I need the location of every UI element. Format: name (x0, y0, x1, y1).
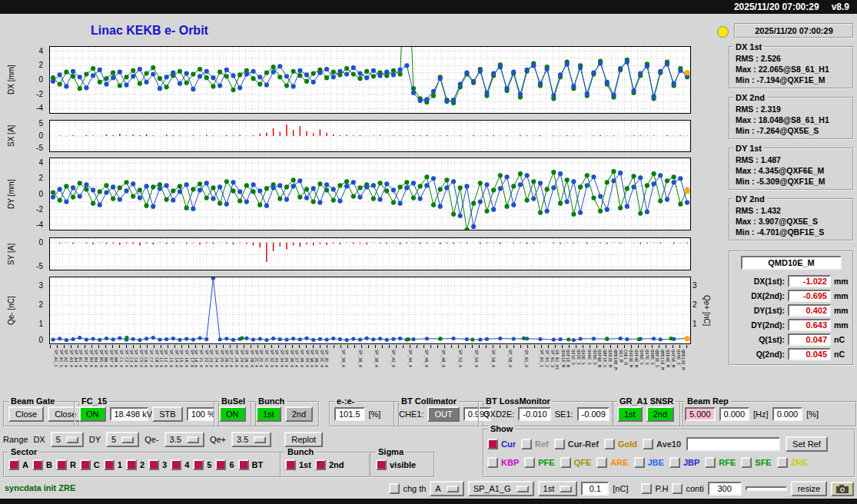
bunch-select[interactable]: 1st (538, 481, 578, 496)
sector-checkbox-1[interactable] (104, 459, 115, 470)
range-qep-select[interactable]: 3.5 (231, 432, 271, 447)
bunch-2nd-button[interactable]: 2nd (285, 406, 313, 422)
replot-button[interactable]: Replot (284, 432, 323, 447)
show-ref-checkbox[interactable] (521, 439, 532, 449)
plot-dx-canvas (49, 46, 691, 114)
plot-dy-canvas (49, 158, 691, 230)
gr-snsr-2nd-button[interactable]: 2nd (646, 406, 674, 422)
ee-ratio-unit: [%] (369, 410, 381, 419)
sector-checkbox-2[interactable] (126, 459, 137, 470)
sector-item: R (56, 459, 76, 470)
group-title: BT Collimator (399, 396, 459, 406)
range-qem-select[interactable]: 3.5 (164, 432, 204, 447)
resize-button[interactable]: resize (791, 481, 827, 496)
ph-checkbox[interactable] (641, 483, 652, 494)
chg-th-checkbox[interactable] (389, 483, 400, 494)
show-rfe-checkbox[interactable] (705, 457, 716, 468)
show-group: Show Cur Ref Cur-Ref Gold Ave10 Set Ref … (483, 429, 855, 478)
sector-item: 3 (148, 459, 167, 470)
sector-item: 4 (171, 459, 189, 470)
show-qfe-checkbox[interactable] (560, 457, 571, 468)
bottom-frame-bar (0, 499, 857, 504)
set-ref-button[interactable]: Set Ref (786, 436, 828, 452)
range-dx-label: DX (33, 435, 45, 444)
sector-item: A (8, 459, 28, 470)
stat-group-dx-2nd: DX 2nd RMS : 2.319 Max : 18.048@S8_61_H1… (729, 97, 854, 140)
dropdown-handle-icon (447, 486, 459, 492)
bunch-1st-button[interactable]: 1st (256, 406, 281, 422)
sector-checkbox-c[interactable] (80, 459, 91, 470)
snapshot-button[interactable] (831, 482, 854, 496)
x-axis-tick-strip (50, 345, 690, 348)
bunch-2nd-checkbox[interactable] (315, 459, 326, 470)
monitor-row: DY(2nd): 0.643 mm (733, 317, 849, 332)
sigma-item: visible (376, 459, 416, 470)
plot-qe-canvas (49, 277, 691, 344)
sector-checkbox-bt[interactable] (238, 459, 249, 470)
sector-checkbox-5[interactable] (193, 459, 204, 470)
range-dy-select[interactable]: 5 (106, 432, 139, 447)
monitor-panel: QMD10E_M DX(1st): -1.022 mm DX(2nd): -0.… (729, 250, 854, 366)
threshold-input[interactable]: 0.1 (581, 482, 609, 496)
show-jbp-checkbox[interactable] (669, 457, 680, 468)
gr-snsr-group: GR_A1 SNSR 1st 2nd (612, 401, 684, 427)
dropdown-handle-icon (517, 486, 529, 492)
sector-checkbox-4[interactable] (171, 459, 181, 470)
interval-input[interactable]: 300 (708, 482, 742, 496)
sector-checkbox-r[interactable] (56, 459, 67, 470)
monitor-row: DY(1st): 0.402 mm (733, 303, 849, 317)
beam-gate-close-button-1[interactable]: Close (8, 406, 44, 422)
show-cur-checkbox[interactable] (487, 439, 498, 449)
ref-name-input[interactable] (686, 437, 780, 451)
show-are-checkbox[interactable] (596, 457, 607, 468)
bt-collimator-group: BT Collimator CHE1: OUT 0.993 (394, 401, 484, 427)
show-row-2: KBP PFE QFE ARE JBE JBP RFE SFE ZRE (487, 453, 851, 472)
bunch-1st-checkbox[interactable] (285, 459, 296, 470)
beam-gate-group: Beam Gate Close Close (3, 401, 80, 427)
dropdown-handle-icon (187, 436, 199, 443)
beam-rep-hz-unit: [Hz] (753, 410, 769, 419)
bunch-group: Bunch 1st 2nd (251, 401, 320, 427)
show-jbe-checkbox[interactable] (634, 457, 645, 468)
sector-checkbox-6[interactable] (215, 459, 226, 470)
se1-readout: -0.009 (577, 407, 610, 421)
monitor-name: QMD10E_M (741, 256, 842, 270)
stat-group-title: DY 2nd (733, 194, 767, 204)
monitor-row: Q(2nd): 0.045 nC (733, 346, 849, 361)
sector-checkbox-a[interactable] (8, 459, 19, 470)
sigma-visible-checkbox[interactable] (376, 459, 387, 470)
fc15-on-button[interactable]: ON (79, 406, 106, 422)
plot-dy-ylabel: DY [mm] (5, 158, 17, 230)
busel-on-button[interactable]: ON (219, 406, 246, 422)
stat-rms: RMS : 1.487 (736, 154, 849, 165)
show-zre-checkbox[interactable] (777, 457, 788, 468)
range-dx-select[interactable]: 5 (51, 432, 84, 447)
conti-checkbox[interactable] (672, 483, 683, 494)
sector-item: 6 (215, 459, 234, 470)
fc15-stb-button[interactable]: STB (152, 406, 182, 422)
plot-sy: SY [A] 0-5 (0, 237, 712, 270)
sector-item: 5 (193, 459, 211, 470)
group-title: FC_15 (79, 396, 109, 406)
show-gold-checkbox[interactable] (604, 439, 615, 449)
show-cur-ref-checkbox[interactable] (554, 439, 565, 449)
beam-rep-pct-readout: 0.000 (772, 407, 803, 421)
stat-group-dx-1st: DX 1st RMS : 2.526 Max : 22.065@S8_61_H1… (729, 46, 854, 89)
sector-item: C (80, 459, 100, 470)
gr-snsr-1st-button[interactable]: 1st (617, 406, 643, 422)
show-ave10-checkbox[interactable] (643, 439, 653, 449)
show-kbp-checkbox[interactable] (487, 457, 498, 468)
beam-rep-set[interactable]: 5.000 (685, 407, 716, 421)
range-qep-label: Qe+ (210, 435, 226, 444)
sector-checkbox-3[interactable] (148, 459, 159, 470)
sector-select[interactable]: A (430, 481, 463, 496)
app-window: 2025/11/20 07:00:29 v8.9 Linac KEKB e- O… (0, 0, 857, 504)
monitor-select[interactable]: SP_A1_G (468, 481, 534, 496)
plot-dy: DY [mm] 420-2-4 (0, 158, 712, 230)
show-pfe-checkbox[interactable] (524, 457, 535, 468)
x-axis-labels: SP_A1_CSP_A1_GSP_A2_4SP_A3_4SP_A4_4SP_B1… (50, 350, 690, 394)
sector-checkbox-b[interactable] (32, 459, 43, 470)
show-sfe-checkbox[interactable] (741, 457, 752, 468)
group-title: Show (488, 424, 515, 433)
extra-input[interactable] (746, 486, 787, 491)
